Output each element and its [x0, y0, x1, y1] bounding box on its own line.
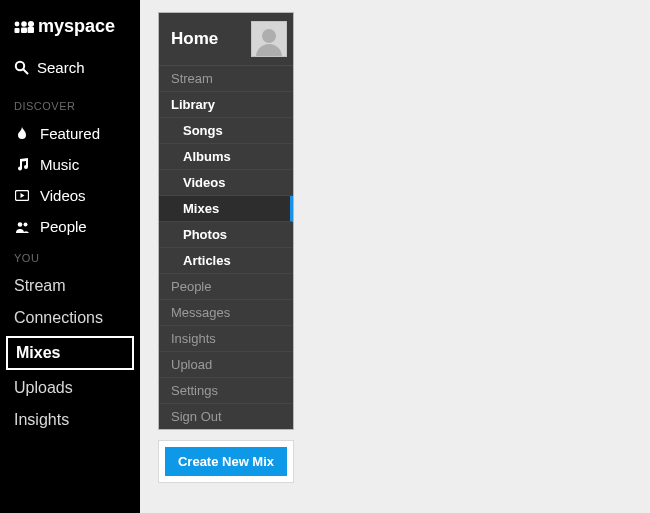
menu-upload[interactable]: Upload	[159, 352, 293, 378]
menu-videos[interactable]: Videos	[159, 170, 293, 196]
section-label-discover: DISCOVER	[0, 90, 140, 118]
svg-point-10	[17, 222, 22, 227]
people-icon	[14, 221, 30, 233]
menu-articles[interactable]: Articles	[159, 248, 293, 274]
you-mixes[interactable]: Mixes	[6, 336, 134, 370]
menu-photos[interactable]: Photos	[159, 222, 293, 248]
menu-messages[interactable]: Messages	[159, 300, 293, 326]
nav-label: Videos	[40, 187, 86, 204]
main-sidebar: myspace Search DISCOVER Featured Music V…	[0, 0, 140, 513]
search-icon	[14, 60, 29, 75]
menu-people[interactable]: People	[159, 274, 293, 300]
menu-insights[interactable]: Insights	[159, 326, 293, 352]
nav-label: Music	[40, 156, 79, 173]
menu-signout[interactable]: Sign Out	[159, 404, 293, 429]
svg-point-11	[23, 222, 27, 226]
home-panel: Home Stream Library Songs Albums Videos …	[158, 12, 294, 430]
avatar[interactable]	[251, 21, 287, 57]
you-connections[interactable]: Connections	[0, 302, 140, 334]
section-label-you: YOU	[0, 242, 140, 270]
svg-marker-9	[21, 193, 25, 198]
flame-icon	[14, 127, 30, 141]
menu-library[interactable]: Library	[159, 92, 293, 118]
svg-rect-3	[15, 28, 20, 33]
logo-icon	[14, 20, 34, 34]
search-label: Search	[37, 59, 85, 76]
create-mix-card: Create New Mix	[158, 440, 294, 483]
svg-rect-4	[21, 27, 27, 33]
svg-point-1	[21, 21, 27, 27]
music-icon	[14, 158, 30, 171]
nav-featured[interactable]: Featured	[0, 118, 140, 149]
menu-stream[interactable]: Stream	[159, 66, 293, 92]
svg-point-2	[28, 20, 34, 26]
brand-logo[interactable]: myspace	[0, 8, 140, 51]
home-panel-header: Home	[159, 13, 293, 66]
svg-rect-5	[28, 27, 35, 33]
nav-label: Featured	[40, 125, 100, 142]
menu-albums[interactable]: Albums	[159, 144, 293, 170]
nav-people[interactable]: People	[0, 211, 140, 242]
home-title[interactable]: Home	[171, 29, 218, 49]
svg-point-0	[15, 21, 20, 26]
menu-mixes[interactable]: Mixes	[159, 196, 293, 222]
video-icon	[14, 190, 30, 201]
menu-songs[interactable]: Songs	[159, 118, 293, 144]
nav-music[interactable]: Music	[0, 149, 140, 180]
home-menu: Stream Library Songs Albums Videos Mixes…	[159, 66, 293, 429]
svg-line-7	[23, 69, 27, 73]
create-new-mix-button[interactable]: Create New Mix	[165, 447, 287, 476]
home-panel-wrap: Home Stream Library Songs Albums Videos …	[158, 12, 294, 483]
brand-name: myspace	[38, 16, 115, 37]
you-insights[interactable]: Insights	[0, 404, 140, 436]
menu-settings[interactable]: Settings	[159, 378, 293, 404]
nav-videos[interactable]: Videos	[0, 180, 140, 211]
you-stream[interactable]: Stream	[0, 270, 140, 302]
nav-label: People	[40, 218, 87, 235]
you-uploads[interactable]: Uploads	[0, 372, 140, 404]
search-button[interactable]: Search	[0, 51, 140, 90]
